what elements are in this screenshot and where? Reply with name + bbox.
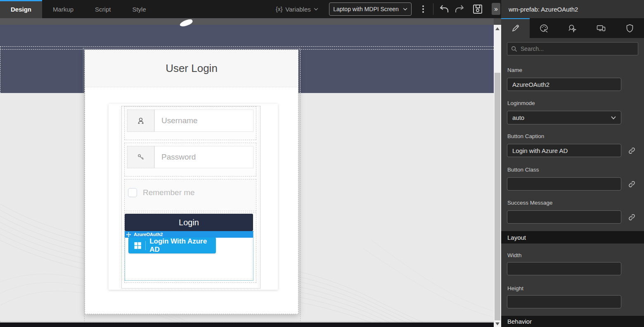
success-message-input[interactable] bbox=[507, 210, 621, 224]
undo-button[interactable] bbox=[438, 3, 450, 15]
variables-label: Variables bbox=[285, 6, 310, 13]
inspect-icon bbox=[568, 24, 577, 33]
shield-icon bbox=[625, 24, 634, 33]
buttons-row: Login AzureOAuth2 bbox=[124, 212, 256, 283]
tab-inspect[interactable] bbox=[558, 18, 587, 38]
button-caption-label: Button Caption bbox=[507, 133, 544, 139]
design-canvas[interactable]: User Login bbox=[0, 18, 494, 327]
login-card[interactable]: User Login bbox=[85, 50, 298, 314]
name-input[interactable] bbox=[507, 78, 621, 91]
password-row[interactable] bbox=[124, 143, 256, 177]
tab-style[interactable]: Style bbox=[121, 0, 156, 18]
key-icon bbox=[136, 153, 145, 162]
password-input[interactable] bbox=[154, 146, 253, 168]
scrollbar-cap bbox=[494, 18, 501, 25]
properties-panel-header: wm-prefab: AzureOAuth2 bbox=[501, 0, 644, 18]
tab-styles[interactable] bbox=[530, 18, 558, 38]
login-button[interactable]: Login bbox=[125, 214, 253, 231]
user-icon bbox=[136, 116, 145, 125]
bind-button-class[interactable] bbox=[627, 179, 637, 189]
scroll-up-arrow[interactable] bbox=[495, 27, 500, 30]
username-icon-cell bbox=[127, 110, 154, 132]
bind-success-message[interactable] bbox=[627, 212, 637, 222]
tab-markup[interactable]: Markup bbox=[42, 0, 84, 18]
layout-guide-horizontal bbox=[0, 46, 494, 47]
column-guide-right bbox=[300, 93, 301, 321]
variables-icon: {x} bbox=[276, 6, 282, 12]
bind-button-caption[interactable] bbox=[627, 146, 637, 155]
canvas-scrollbar[interactable] bbox=[494, 18, 501, 327]
loginmode-select[interactable]: auto bbox=[507, 111, 621, 124]
property-search[interactable] bbox=[507, 42, 638, 55]
width-input[interactable] bbox=[507, 262, 621, 275]
button-class-input[interactable] bbox=[507, 177, 621, 191]
layout-guide-left bbox=[0, 46, 0, 93]
name-label: Name bbox=[507, 67, 522, 73]
more-options-button[interactable] bbox=[420, 4, 426, 14]
tab-security[interactable] bbox=[616, 18, 644, 38]
save-button[interactable] bbox=[472, 3, 483, 15]
palette-icon bbox=[539, 24, 549, 33]
redo-icon bbox=[455, 5, 464, 14]
section-layout[interactable]: Layout bbox=[501, 231, 644, 243]
page-top-strip bbox=[0, 18, 494, 25]
pencil-icon bbox=[511, 24, 520, 33]
chevron-double-right-icon: » bbox=[494, 5, 498, 13]
remember-me-label: Remember me bbox=[143, 188, 195, 197]
link-icon bbox=[628, 180, 636, 188]
variables-menu[interactable]: {x} Variables bbox=[276, 0, 318, 18]
save-icon bbox=[472, 4, 483, 14]
section-behavior[interactable]: Behavior bbox=[501, 316, 644, 327]
button-separator bbox=[145, 241, 146, 250]
login-card-header: User Login bbox=[85, 50, 298, 87]
mode-tabs: Design Markup Script Style bbox=[0, 0, 157, 18]
toolbar-divider bbox=[433, 3, 433, 15]
redo-button[interactable] bbox=[454, 3, 465, 15]
collapse-panel-button[interactable]: » bbox=[492, 3, 500, 15]
tab-devices[interactable] bbox=[587, 18, 616, 38]
success-message-label: Success Message bbox=[507, 200, 553, 206]
login-card-title: User Login bbox=[166, 62, 218, 75]
remember-me-row[interactable]: Remember me bbox=[124, 179, 256, 211]
loginmode-label: Loginmode bbox=[507, 100, 535, 106]
button-class-label: Button Class bbox=[507, 167, 539, 173]
selected-widget-title: wm-prefab: AzureOAuth2 bbox=[509, 6, 578, 13]
password-icon-cell bbox=[127, 146, 154, 168]
azure-button-label: Login With Azure AD bbox=[149, 237, 216, 254]
link-icon bbox=[628, 147, 636, 155]
device-selector[interactable]: Laptop with MDPI Screen bbox=[329, 2, 412, 16]
chevron-down-icon bbox=[611, 116, 616, 119]
width-label: Width bbox=[507, 252, 522, 258]
tab-properties[interactable] bbox=[501, 18, 530, 38]
chevron-down-icon bbox=[403, 8, 407, 11]
move-icon bbox=[126, 232, 131, 237]
page-footer-band bbox=[0, 322, 494, 327]
property-search-input[interactable] bbox=[521, 45, 634, 52]
undo-icon bbox=[439, 5, 449, 14]
tab-script[interactable]: Script bbox=[84, 0, 121, 18]
prefab-tag-label: AzureOAuth2 bbox=[134, 232, 163, 237]
scroll-down-arrow[interactable] bbox=[495, 322, 500, 325]
height-label: Height bbox=[507, 285, 523, 291]
username-input[interactable] bbox=[154, 110, 253, 132]
height-input[interactable] bbox=[507, 295, 621, 308]
username-row[interactable] bbox=[124, 106, 256, 140]
properties-tab-bar bbox=[501, 18, 644, 38]
wavemaker-studio: Design Markup Script Style {x} Variables… bbox=[0, 0, 644, 327]
footer-guide-line bbox=[0, 321, 494, 322]
scrollbar-thumb[interactable] bbox=[495, 73, 500, 320]
top-toolbar: Design Markup Script Style {x} Variables… bbox=[0, 0, 501, 18]
tab-design[interactable]: Design bbox=[0, 0, 42, 18]
column-guide-right bbox=[300, 50, 301, 93]
windows-logo-icon bbox=[134, 242, 141, 249]
azure-login-button[interactable]: Login With Azure AD bbox=[128, 237, 216, 253]
chevron-down-icon bbox=[314, 8, 318, 11]
remember-me-checkbox[interactable] bbox=[128, 188, 137, 197]
search-icon bbox=[511, 46, 517, 52]
devices-icon bbox=[596, 24, 606, 33]
link-icon bbox=[628, 213, 636, 221]
properties-panel: wm-prefab: AzureOAuth2 bbox=[501, 0, 644, 327]
button-caption-input[interactable] bbox=[507, 144, 621, 157]
